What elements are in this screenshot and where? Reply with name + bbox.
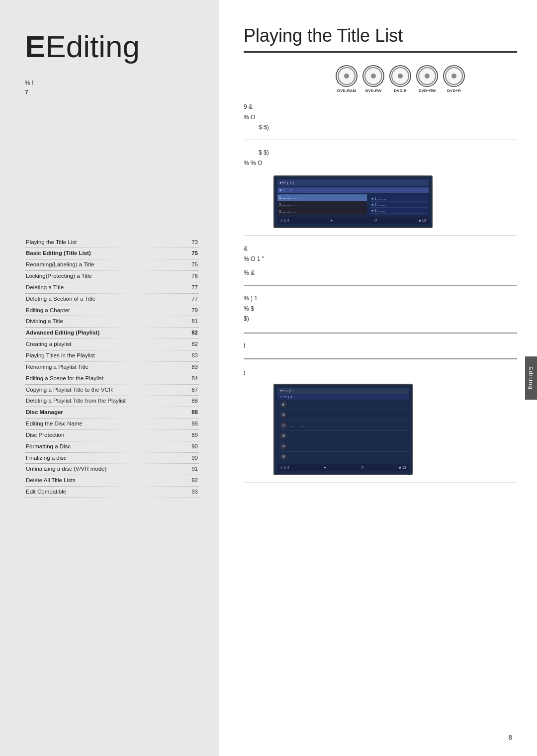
step2-text: $ $) % % O [244, 148, 517, 168]
toc-item-page: 76 [183, 271, 198, 282]
disc-icon: DVD+RW [416, 65, 438, 93]
toc-item-title: Deleting a Section of a Title [26, 294, 183, 305]
screen-bottom-bar: ◇ 1 4 ● ↺ ■ 13 [277, 217, 429, 224]
toc-item-page: 90 [183, 453, 198, 464]
toc-item-title: Playing Titles in the Playlist [26, 350, 183, 361]
toc-item-page: 75 [183, 259, 198, 270]
toc-item: Delete All Title Lists92 [25, 475, 199, 487]
divider-1 [244, 140, 517, 140]
toc-item: Edit Compatible93 [25, 487, 199, 498]
toc-item-page: 73 [183, 237, 198, 248]
screen-right-panel: ■ 1 ..... ...■ 2 ... ....■ 3 ... .... [369, 194, 429, 215]
screen2-menu-item: ⊕ [277, 410, 409, 420]
toc-item-page: 88 [183, 396, 198, 407]
disc-label: DVD-RAM [337, 88, 356, 93]
screen2-menu-item: ⊕ [277, 431, 409, 441]
left-column: EEditing % ! 7 Playing the Title List73B… [0, 0, 219, 756]
disc-label: DVD+R [447, 88, 460, 93]
toc-item-title: Copying a Playlist Title to the VCR [26, 385, 183, 396]
screen2-sub: ○ *t* ( it ) [277, 394, 409, 400]
toc-item: Deleting a Section of a Title77 [25, 294, 199, 305]
menu-item-icon: ⊙ [280, 422, 287, 429]
menu-item-icon: ⊛ [280, 453, 287, 460]
toc-item-page: 92 [183, 475, 198, 486]
step3-text: & % O 1 " [244, 244, 517, 264]
toc-item: Formatting a Disc90 [25, 441, 199, 453]
menu-item-icon: ⊕ [280, 432, 287, 439]
toc-item-title: Deleting a Title [26, 282, 183, 293]
toc-item: Finalizing a disc90 [25, 453, 199, 464]
divider-3 [244, 285, 517, 286]
disc-ring [364, 67, 382, 85]
toc-item-title: Editing a Chapter [26, 305, 183, 316]
toc-item: Playing Titles in the Playlist83 [25, 350, 199, 362]
toc-item-title: Edit Compatible [26, 487, 183, 498]
toc-item-page: 77 [183, 282, 198, 293]
section-divider-2 [244, 358, 517, 359]
disc-circle [443, 65, 465, 87]
toc-item: Editing a Scene for the Playlist84 [25, 373, 199, 385]
toc-item-page: 77 [183, 294, 198, 305]
screen2-top: *t* 3 (* | [277, 388, 409, 394]
toc-item-page: 93 [183, 487, 198, 498]
chapter-title: EEditing [25, 30, 199, 64]
disc-ring [391, 67, 409, 85]
toc-item: Disc Protection89 [25, 430, 199, 441]
bold-letter-e: E [25, 29, 45, 64]
page-container: EEditing % ! 7 Playing the Title List73B… [0, 0, 537, 756]
toc-item-page: 83 [183, 362, 198, 373]
disc-icon: DVD+R [443, 65, 465, 93]
toc-item: Advanced Editing (Playlist)82 [25, 328, 199, 339]
toc-item: Deleting a Playlist Title from the Playl… [25, 396, 199, 407]
important-label: ! [244, 342, 517, 349]
section-title: Playing the Title List [244, 25, 517, 53]
toc-item-title: Delete All Title Lists [26, 475, 183, 486]
step1-text: 9 & % O $ $) [244, 102, 517, 132]
disc-label: DVD-R [394, 88, 406, 93]
screen-top-bar: ●*t* ( if ) [277, 179, 429, 186]
disc-label: DVD-RW [365, 88, 382, 93]
menu-item-text: .... .... .... [290, 423, 305, 427]
toc-item-title: Renaming(Labeling) a Title [26, 259, 183, 270]
menu-item-icon: ■ [280, 401, 287, 408]
toc-item-title: Unfinalizing a disc (V/VR mode) [26, 464, 183, 475]
table-of-contents: Playing the Title List73Basic Editing (T… [25, 237, 199, 498]
toc-item-title: Locking(Protecting) a Title [26, 271, 183, 282]
disc-icon: DVD-RAM [336, 65, 358, 93]
screen-list-item: 2 .... .... ..... [277, 201, 367, 208]
toc-item-page: 81 [183, 316, 198, 327]
toc-item-page: 75 [183, 248, 198, 259]
screen-main: 1 .... .... .....2 .... .... .....3 ....… [277, 194, 429, 215]
toc-item-title: Finalizing a disc [26, 453, 183, 464]
toc-item: Creating a playlist82 [25, 339, 199, 350]
toc-item: Renaming a Playlist Title83 [25, 362, 199, 373]
screen2-menu: ■ ⊕ ⊙ .... .... .... ⊕ ⊗ ⊛ [277, 400, 409, 462]
toc-item: Editing the Disc Name88 [25, 419, 199, 430]
toc-item-title: Basic Editing (Title List) [26, 248, 183, 259]
toc-item-title: Playing the Title List [26, 237, 183, 248]
toc-item: Copying a Playlist Title to the VCR87 [25, 385, 199, 396]
screen2-menu-item: ⊗ [277, 441, 409, 452]
screen-list-item: 1 .... .... ..... [277, 194, 367, 201]
screen2-menu-item: ⊙ .... .... .... [277, 420, 409, 431]
toc-item: Basic Editing (Title List)75 [25, 248, 199, 259]
screen-list-item: 3 .... .... ..... [277, 208, 367, 215]
toc-item: Unfinalizing a disc (V/VR mode)91 [25, 464, 199, 475]
toc-item: Deleting a Title77 [25, 282, 199, 294]
toc-item: Editing a Chapter79 [25, 305, 199, 317]
toc-item: Dividing a Title81 [25, 316, 199, 328]
screen-right-item: ■ 3 ... .... [370, 208, 427, 214]
toc-item: Playing the Title List73 [25, 237, 199, 249]
step5-text: % ) 1 % $ $) [244, 293, 517, 324]
toc-item-title: Formatting a Disc [26, 441, 183, 452]
toc-item-page: 82 [183, 339, 198, 350]
disc-ring [418, 67, 436, 85]
toc-item-title: Advanced Editing (Playlist) [26, 328, 183, 338]
disc-ring [445, 67, 463, 85]
toc-item-page: 83 [183, 350, 198, 361]
toc-item-title: Editing the Disc Name [26, 419, 183, 429]
side-tab: Editing [525, 356, 537, 400]
disc-icon: DVD-R [389, 65, 411, 93]
screen-list: 1 .... .... .....2 .... .... .....3 ....… [277, 194, 367, 215]
disc-label: DVD+RW [419, 88, 436, 93]
